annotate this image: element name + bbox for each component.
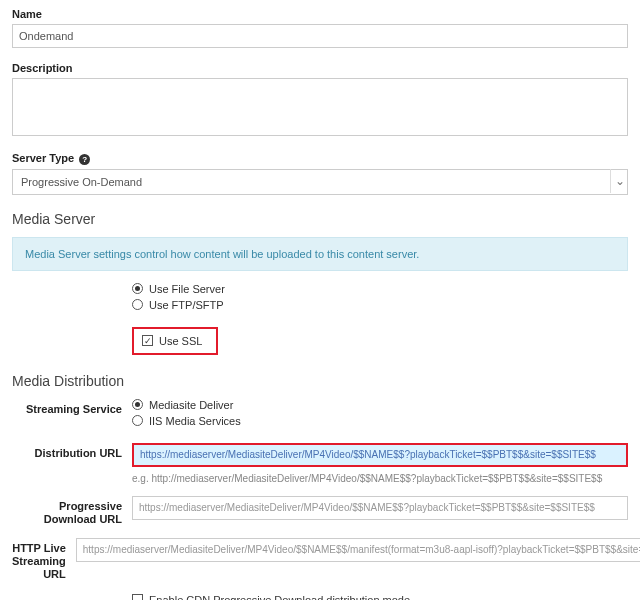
use-ssl-label: Use SSL — [159, 335, 202, 347]
cdn-label: Enable CDN Progressive Download distribu… — [149, 594, 410, 600]
server-type-value: Progressive On-Demand — [21, 176, 142, 188]
use-ssl-checkbox[interactable]: ✓ — [142, 335, 153, 346]
name-input[interactable] — [12, 24, 628, 48]
cdn-checkbox[interactable] — [132, 594, 143, 600]
iis-label: IIS Media Services — [149, 415, 241, 427]
ftp-label: Use FTP/SFTP — [149, 299, 224, 311]
hls-url-input[interactable]: https://mediaserver/MediasiteDeliver/MP4… — [76, 538, 640, 562]
name-label: Name — [12, 8, 628, 20]
help-icon[interactable]: ? — [79, 154, 90, 165]
server-type-label: Server Type ? — [12, 152, 628, 165]
media-distribution-heading: Media Distribution — [12, 373, 628, 389]
use-ssl-highlight: ✓ Use SSL — [132, 327, 218, 355]
iis-radio[interactable] — [132, 415, 143, 426]
file-server-radio[interactable] — [132, 283, 143, 294]
description-textarea[interactable] — [12, 78, 628, 136]
description-label: Description — [12, 62, 628, 74]
deliver-radio[interactable] — [132, 399, 143, 410]
ftp-radio[interactable] — [132, 299, 143, 310]
progressive-url-input[interactable]: https://mediaserver/MediasiteDeliver/MP4… — [132, 496, 628, 520]
media-server-banner: Media Server settings control how conten… — [12, 237, 628, 271]
deliver-label: Mediasite Deliver — [149, 399, 233, 411]
server-type-select[interactable]: Progressive On-Demand — [12, 169, 628, 195]
hls-url-label: HTTP Live Streaming URL — [12, 538, 76, 582]
streaming-service-label: Streaming Service — [12, 399, 132, 416]
distribution-url-example: e.g. http://mediaserver/MediasiteDeliver… — [132, 473, 628, 484]
distribution-url-label: Distribution URL — [12, 443, 132, 460]
media-server-heading: Media Server — [12, 211, 628, 227]
distribution-url-input[interactable]: https://mediaserver/MediasiteDeliver/MP4… — [132, 443, 628, 467]
file-server-label: Use File Server — [149, 283, 225, 295]
progressive-url-label: Progressive Download URL — [12, 496, 132, 526]
